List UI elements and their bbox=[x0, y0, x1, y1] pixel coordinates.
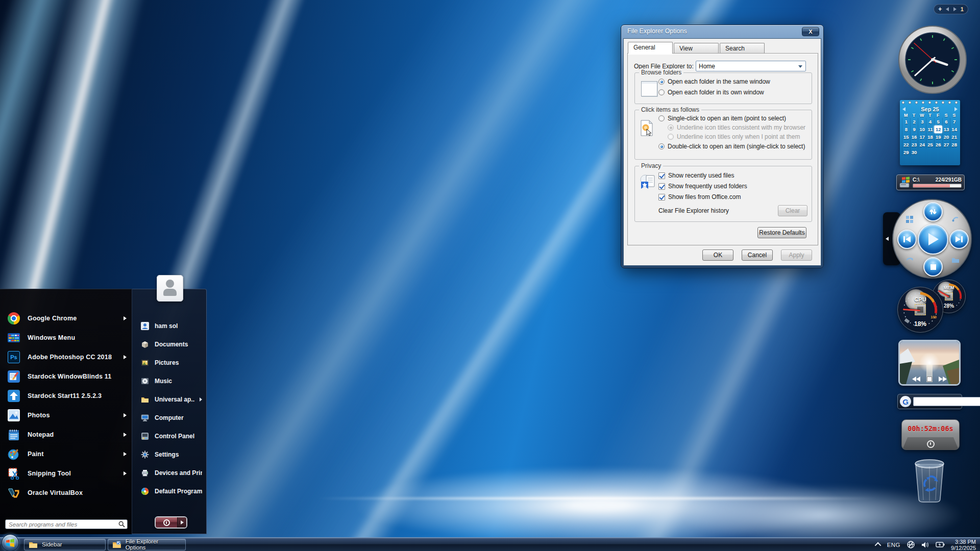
tab-general[interactable]: General bbox=[628, 42, 673, 54]
calendar-date-cell[interactable]: 12 bbox=[934, 126, 942, 133]
calendar-date-cell[interactable]: 4 bbox=[926, 118, 934, 126]
tray-overflow-chevron-icon[interactable] bbox=[874, 542, 881, 549]
gadgets-prev-page-icon[interactable] bbox=[946, 7, 949, 11]
calendar-date-cell[interactable]: 23 bbox=[910, 141, 918, 148]
radio-selected-icon[interactable] bbox=[658, 79, 665, 85]
calendar-date-cell[interactable]: 17 bbox=[918, 133, 926, 141]
start-menu-item-photos[interactable]: Photos bbox=[0, 406, 132, 425]
battery-power-icon[interactable] bbox=[936, 541, 945, 548]
checkbox-checked-icon[interactable] bbox=[658, 194, 665, 201]
checkbox-show-frequent-folders[interactable]: Show frequently used folders bbox=[658, 183, 747, 190]
calendar-date-cell[interactable]: 15 bbox=[902, 133, 910, 141]
media-play-button[interactable] bbox=[918, 224, 948, 255]
calendar-date-cell[interactable]: 18 bbox=[926, 133, 934, 141]
calendar-date-cell[interactable]: 10 bbox=[918, 126, 926, 133]
close-button[interactable]: X bbox=[802, 27, 819, 36]
start-menu-search-box[interactable] bbox=[5, 519, 128, 529]
media-folder-icon[interactable] bbox=[951, 256, 960, 263]
drive-meter-gadget[interactable]: C:\ 224/291GB bbox=[896, 174, 965, 190]
start-menu-item-universal-apps[interactable]: Universal ap... bbox=[132, 390, 206, 409]
network-globe-icon[interactable] bbox=[906, 540, 915, 549]
calendar-date-cell[interactable]: 14 bbox=[950, 126, 958, 133]
power-button[interactable] bbox=[155, 516, 187, 529]
timer-gadget[interactable]: 00h:52m:06s bbox=[901, 419, 960, 450]
calendar-date-cell[interactable]: 2 bbox=[910, 118, 918, 126]
start-menu-item-documents[interactable]: Documents bbox=[132, 335, 206, 354]
radio-icon[interactable] bbox=[658, 115, 665, 121]
calendar-date-cell[interactable]: 24 bbox=[918, 141, 926, 148]
calendar-date-cell[interactable]: 25 bbox=[926, 141, 934, 148]
start-menu-item-virtualbox[interactable]: Oracle VirtualBox bbox=[0, 483, 132, 503]
calendar-date-cell[interactable]: 30 bbox=[910, 148, 918, 156]
start-menu-item-control-panel[interactable]: Control Panel bbox=[132, 427, 206, 445]
start-menu-item-music[interactable]: Music bbox=[132, 372, 206, 390]
slideshow-previous-icon[interactable] bbox=[912, 377, 920, 382]
start-menu-item-default-programs[interactable]: Default Programs bbox=[132, 482, 206, 500]
start-menu-item-user[interactable]: ham sol bbox=[132, 317, 206, 335]
checkbox-show-recent-files[interactable]: Show recently used files bbox=[658, 172, 734, 179]
start-menu-item-photoshop[interactable]: Ps Adobe Photoshop CC 2018 bbox=[0, 347, 132, 367]
calendar-date-cell[interactable]: 13 bbox=[942, 126, 950, 133]
start-menu-item-start11[interactable]: Stardock Start11 2.5.2.3 bbox=[0, 386, 132, 406]
option-single-click[interactable]: Single-click to open an item (point to s… bbox=[658, 115, 786, 122]
start-menu-item-windowblinds[interactable]: Stardock WindowBlinds 11 bbox=[0, 367, 132, 386]
calendar-date-cell[interactable]: 20 bbox=[942, 133, 950, 141]
media-eject-icon[interactable] bbox=[951, 215, 960, 223]
start-menu-item-settings[interactable]: Settings bbox=[132, 445, 206, 464]
open-explorer-to-dropdown[interactable]: Home bbox=[696, 61, 806, 71]
cpu-gauge-gadget[interactable]: CPU 100 18% bbox=[897, 287, 943, 333]
media-previous-button[interactable] bbox=[897, 230, 917, 249]
photo-slideshow-gadget[interactable] bbox=[898, 340, 961, 386]
ok-button[interactable]: OK bbox=[702, 249, 733, 261]
slideshow-stop-icon[interactable] bbox=[927, 377, 932, 382]
start-menu-search-input[interactable] bbox=[9, 521, 118, 528]
start-menu-item-notepad[interactable]: Notepad bbox=[0, 425, 132, 444]
user-avatar[interactable] bbox=[157, 275, 183, 302]
checkbox-show-office-files[interactable]: Show files from Office.com bbox=[658, 193, 741, 201]
taskbar-button-sidebar[interactable]: Sidebar bbox=[24, 539, 106, 550]
power-options-arrow[interactable] bbox=[177, 517, 186, 528]
tray-clock[interactable]: 3:38 PM 9/12/2025 bbox=[951, 539, 978, 551]
option-same-window[interactable]: Open each folder in the same window bbox=[658, 78, 770, 85]
option-own-window[interactable]: Open each folder in its own window bbox=[658, 89, 764, 96]
calendar-date-cell[interactable]: 28 bbox=[950, 141, 958, 148]
calendar-date-cell[interactable]: 29 bbox=[902, 148, 910, 156]
media-library-icon[interactable] bbox=[905, 215, 914, 223]
calendar-gadget[interactable]: Sep 25 M T W T F S S 1 2 3 4 5 6 bbox=[900, 100, 960, 165]
tab-view[interactable]: View bbox=[674, 43, 719, 54]
taskbar-button-file-explorer-options[interactable]: File Explorer Options bbox=[108, 539, 186, 550]
volume-icon[interactable] bbox=[921, 541, 929, 548]
add-gadget-button[interactable]: + bbox=[938, 6, 942, 12]
calendar-date-cell[interactable]: 27 bbox=[942, 141, 950, 148]
calendar-next-month-icon[interactable] bbox=[954, 107, 958, 111]
start-button[interactable] bbox=[2, 534, 19, 551]
web-search-input[interactable] bbox=[913, 397, 980, 406]
start-menu-item-google-chrome[interactable]: Google Chrome bbox=[0, 309, 132, 328]
clock-gadget[interactable] bbox=[897, 24, 968, 95]
calendar-date-cell[interactable]: 7 bbox=[950, 118, 958, 126]
calendar-date-cell[interactable]: 9 bbox=[910, 126, 918, 133]
calendar-date-cell[interactable]: 19 bbox=[934, 133, 942, 141]
media-player-gadget[interactable] bbox=[883, 198, 972, 280]
timer-power-icon[interactable] bbox=[927, 440, 935, 448]
slideshow-next-icon[interactable] bbox=[939, 377, 947, 382]
media-shuffle-button[interactable] bbox=[923, 202, 943, 221]
restore-defaults-button[interactable]: Restore Defaults bbox=[757, 227, 806, 238]
clear-button[interactable]: Clear bbox=[778, 205, 807, 216]
radio-selected-icon[interactable] bbox=[658, 143, 665, 149]
start-menu-item-pictures[interactable]: Pictures bbox=[132, 354, 206, 372]
start-menu-item-snipping-tool[interactable]: Snipping Tool bbox=[0, 464, 132, 483]
cancel-button[interactable]: Cancel bbox=[742, 249, 773, 261]
option-double-click[interactable]: Double-click to open an item (single-cli… bbox=[658, 143, 805, 150]
calendar-date-cell[interactable]: 22 bbox=[902, 141, 910, 148]
calendar-date-cell[interactable]: 26 bbox=[934, 141, 942, 148]
checkbox-checked-icon[interactable] bbox=[658, 172, 665, 179]
calendar-date-cell[interactable]: 6 bbox=[942, 118, 950, 126]
media-repeat-icon[interactable] bbox=[905, 256, 915, 263]
radio-icon[interactable] bbox=[658, 89, 665, 95]
calendar-date-cell[interactable]: 16 bbox=[910, 133, 918, 141]
language-indicator[interactable]: ENG bbox=[887, 542, 900, 548]
apply-button[interactable]: Apply bbox=[781, 249, 812, 261]
start-menu-item-devices-printers[interactable]: Devices and Print... bbox=[132, 464, 206, 482]
calendar-date-cell[interactable]: 3 bbox=[918, 118, 926, 126]
